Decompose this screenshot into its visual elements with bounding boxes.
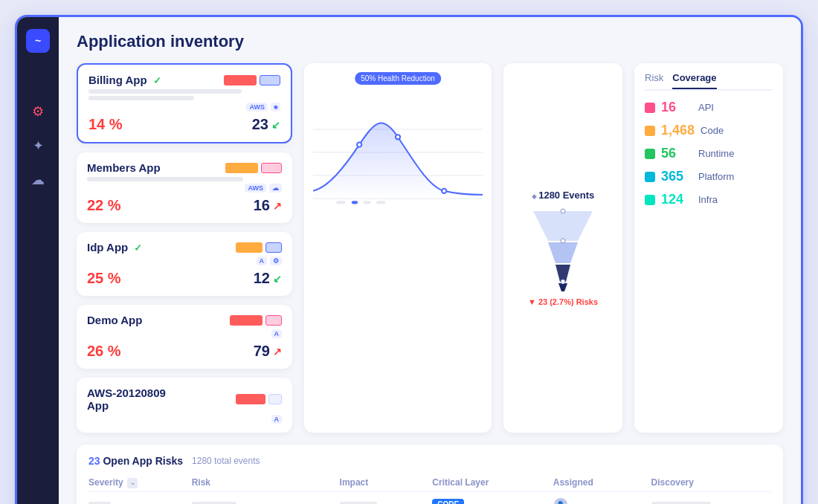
label-platform: Platform (698, 171, 734, 182)
metric-num-billing: 23 ↙ (252, 116, 280, 133)
bar-orange (225, 163, 258, 173)
svg-rect-9 (363, 201, 370, 204)
svg-point-5 (396, 135, 400, 139)
app-card-demo[interactable]: Demo App A 26 % 79 ↗ (77, 305, 292, 369)
risk-coverage-panel: Risk Coverage 16 API 1,468 Code 56 Runti… (634, 63, 783, 433)
dot-api (645, 103, 655, 113)
dot-runtime (645, 149, 655, 159)
funnel-label-bottom: ▼ 23 (2.7%) Risks (528, 297, 598, 306)
badge-aws2: AWS (245, 184, 266, 193)
app-name-demo: Demo App (87, 314, 142, 326)
metric-num-members: 16 ↗ (254, 197, 282, 214)
funnel-area: ◆ 1280 Events ▼ 23 (2.7%) Risks (503, 63, 622, 433)
logo[interactable]: ~ (26, 29, 50, 53)
badge-a-idp: A (257, 256, 268, 265)
svg-point-4 (357, 143, 361, 147)
risks-table: Severity ⌄ Risk Impact Critical Layer As… (88, 474, 771, 504)
count-api: 16 (661, 100, 692, 115)
badge-cloud: ☁ (269, 184, 282, 193)
svg-point-6 (442, 189, 446, 193)
col-layer: Critical Layer (426, 474, 547, 491)
risk-item-platform: 365 Platform (645, 169, 773, 184)
badge-k8s: ⎈ (271, 103, 280, 112)
col-assigned: Assigned (547, 474, 645, 491)
app-name-billing: Billing App ✓ (88, 74, 161, 86)
app-name-idp: Idp App ✓ (87, 241, 142, 253)
svg-marker-11 (533, 211, 593, 241)
bar-pink-demo (265, 315, 282, 326)
app-list: Billing App ✓ AWS ⎈ 14 % 23 ↙ (77, 63, 292, 433)
risks-section: 23 Open App Risks 1280 total events Seve… (77, 445, 783, 504)
col-severity[interactable]: Severity ⌄ (88, 474, 186, 491)
label-code: Code (701, 125, 724, 136)
svg-point-15 (561, 209, 565, 213)
arrow-down-idp: ↙ (273, 273, 282, 285)
placeholder-bar (88, 89, 242, 94)
svg-rect-7 (336, 201, 345, 204)
label-api: API (698, 102, 714, 113)
badge-a-demo: A (271, 329, 283, 338)
metric-pct-billing: 14 % (88, 116, 123, 133)
page-title: Application inventory (77, 32, 783, 51)
risks-subtitle: 1280 total events (192, 456, 260, 466)
bar-red (224, 75, 257, 85)
risk-item-api: 16 API (645, 100, 773, 115)
svg-point-17 (561, 280, 565, 284)
sort-icon[interactable]: ⌄ (127, 478, 138, 488)
count-platform: 365 (661, 169, 692, 184)
svg-marker-14 (558, 283, 567, 291)
bar-empty-aws (268, 394, 282, 404)
risk-item-code: 1,468 Code (645, 123, 773, 138)
metric-num-demo: 79 ↗ (254, 343, 282, 360)
dot-platform (645, 172, 655, 182)
cloud-icon[interactable]: ☁ (31, 172, 45, 188)
count-infra: 124 (661, 192, 692, 207)
tab-risk[interactable]: Risk (645, 72, 663, 89)
avatar: 👤 (553, 497, 568, 504)
placeholder-bar (87, 177, 243, 181)
arrow-up-demo: ↗ (273, 346, 282, 358)
top-row: Billing App ✓ AWS ⎈ 14 % 23 ↙ (77, 63, 783, 433)
label-infra: Infra (698, 194, 718, 205)
funnel-chart (526, 204, 600, 293)
app-card-members[interactable]: Members App AWS ☁ 22 % 16 ↗ (77, 152, 292, 223)
app-card-billing[interactable]: Billing App ✓ AWS ⎈ 14 % 23 ↙ (77, 63, 292, 143)
health-chart (313, 93, 483, 212)
badge-gear-idp: ⚙ (270, 256, 282, 265)
app-frame: ~ ⚙ ✦ ☁ Application inventory Billing Ap… (15, 15, 803, 504)
app-card-idp[interactable]: Idp App ✓ A ⚙ 25 % 12 ↙ (77, 232, 292, 296)
app-name-members: Members App (87, 161, 161, 174)
arrow-up: ↗ (273, 200, 282, 212)
tab-coverage[interactable]: Coverage (672, 72, 716, 89)
svg-rect-10 (376, 201, 385, 204)
tag-code: CODE (432, 499, 464, 504)
app-card-aws[interactable]: AWS-20120809App A (77, 378, 292, 433)
svg-point-16 (561, 239, 565, 243)
dot-code (645, 126, 655, 136)
dot-infra (645, 195, 655, 205)
bar-teal-idp (265, 242, 282, 253)
bar-pink (261, 163, 282, 173)
bar-red-demo (230, 315, 263, 326)
funnel-label-top: ◆ 1280 Events (532, 190, 595, 201)
placeholder-bar-short (88, 96, 194, 100)
table-row: CODE 👤 (88, 491, 771, 504)
metric-pct-demo: 26 % (87, 343, 121, 360)
sidebar: ~ ⚙ ✦ ☁ (17, 17, 59, 504)
badge-aws: AWS (246, 103, 268, 112)
svg-rect-8 (352, 201, 358, 204)
gear-icon[interactable]: ⚙ (31, 103, 45, 120)
chart-area: 50% Health Reduction (304, 63, 492, 433)
risks-title: 23 Open App Risks (88, 455, 183, 467)
count-code: 1,468 (661, 123, 695, 138)
col-impact: Impact (334, 474, 427, 491)
bar-orange-idp (236, 242, 263, 253)
puzzle-icon[interactable]: ✦ (31, 138, 45, 154)
app-name-aws: AWS-20120809App (87, 387, 166, 412)
metric-pct-members: 22 % (87, 197, 121, 214)
count-runtime: 56 (661, 146, 692, 161)
badge-a-aws: A (271, 415, 283, 424)
col-discovery: Discovery (645, 474, 771, 491)
risk-item-infra: 124 Infra (645, 192, 773, 207)
main-content: Application inventory Billing App ✓ (59, 17, 801, 504)
